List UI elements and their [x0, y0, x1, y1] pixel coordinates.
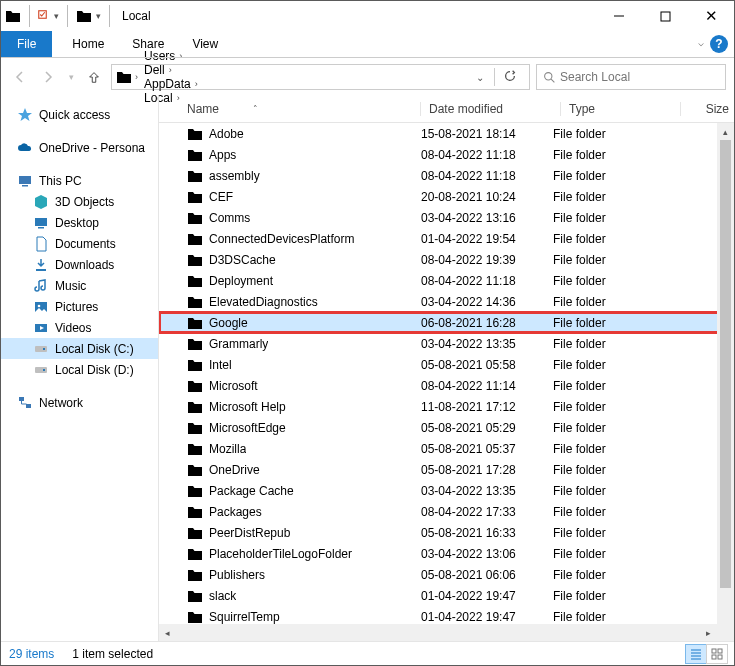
desktop-icon	[33, 215, 49, 231]
breadcrumb-segment[interactable]: Dell›	[141, 63, 201, 77]
scroll-right-icon[interactable]: ▸	[700, 624, 717, 641]
file-row[interactable]: Google06-08-2021 16:28File folder	[159, 312, 734, 333]
search-input[interactable]: Search Local	[536, 64, 726, 90]
folder-icon	[187, 147, 203, 163]
up-button[interactable]	[83, 66, 105, 88]
back-button[interactable]	[9, 66, 31, 88]
column-date[interactable]: Date modified	[429, 102, 561, 116]
star-icon	[17, 107, 33, 123]
sidebar-item[interactable]: 3D Objects	[1, 191, 158, 212]
svg-rect-16	[43, 369, 45, 371]
sidebar-item[interactable]: Local Disk (D:)	[1, 359, 158, 380]
horizontal-scrollbar[interactable]: ◂ ▸	[159, 624, 717, 641]
sidebar-item[interactable]: Music	[1, 275, 158, 296]
folder-icon	[187, 567, 203, 583]
file-row[interactable]: PeerDistRepub05-08-2021 16:33File folder	[159, 522, 734, 543]
file-tab[interactable]: File	[1, 31, 52, 57]
nav-this-pc[interactable]: This PC	[1, 170, 158, 191]
folder-icon	[187, 504, 203, 520]
file-row[interactable]: PlaceholderTileLogoFolder03-04-2022 13:0…	[159, 543, 734, 564]
ribbon-collapse-icon[interactable]: ⌵	[698, 37, 704, 48]
file-row[interactable]: D3DSCache08-04-2022 19:39File folder	[159, 249, 734, 270]
sidebar-item[interactable]: Pictures	[1, 296, 158, 317]
folder-icon	[187, 252, 203, 268]
column-size[interactable]: Size	[689, 102, 729, 116]
folder-icon	[187, 462, 203, 478]
tab-view[interactable]: View	[178, 31, 232, 57]
file-row[interactable]: slack01-04-2022 19:47File folder	[159, 585, 734, 606]
sidebar-item[interactable]: Desktop	[1, 212, 158, 233]
column-name[interactable]: Name˄	[187, 102, 421, 116]
svg-point-3	[545, 72, 552, 79]
file-row[interactable]: OneDrive05-08-2021 17:28File folder	[159, 459, 734, 480]
file-row[interactable]: Deployment08-04-2022 11:18File folder	[159, 270, 734, 291]
file-row[interactable]: Apps08-04-2022 11:18File folder	[159, 144, 734, 165]
vertical-scrollbar[interactable]: ▴ ▾	[717, 123, 734, 641]
folder-icon	[187, 168, 203, 184]
sidebar-item[interactable]: Downloads	[1, 254, 158, 275]
navigation-pane: Quick access OneDrive - Persona This PC …	[1, 96, 159, 641]
sidebar-item[interactable]: Documents	[1, 233, 158, 254]
sidebar-item[interactable]: Local Disk (C:)	[1, 338, 158, 359]
svg-line-4	[551, 79, 554, 82]
file-row[interactable]: Microsoft08-04-2022 11:14File folder	[159, 375, 734, 396]
nav-quick-access[interactable]: Quick access	[1, 104, 158, 125]
file-row[interactable]: Adobe15-08-2021 18:14File folder	[159, 123, 734, 144]
file-row[interactable]: MicrosoftEdge05-08-2021 05:29File folder	[159, 417, 734, 438]
tab-share[interactable]: Share	[118, 31, 178, 57]
sidebar-item[interactable]: Videos	[1, 317, 158, 338]
refresh-button[interactable]	[499, 69, 521, 86]
file-row[interactable]: Intel05-08-2021 05:58File folder	[159, 354, 734, 375]
file-row[interactable]: CEF20-08-2021 10:24File folder	[159, 186, 734, 207]
svg-rect-23	[712, 649, 716, 653]
tab-home[interactable]: Home	[58, 31, 118, 57]
file-row[interactable]: Grammarly03-04-2022 13:35File folder	[159, 333, 734, 354]
folder-icon	[187, 294, 203, 310]
breadcrumb-segment[interactable]: AppData›	[141, 77, 201, 91]
folder-icon	[187, 546, 203, 562]
file-row[interactable]: Mozilla05-08-2021 05:37File folder	[159, 438, 734, 459]
title-bar: ▾ ▾ Local ✕	[1, 1, 734, 31]
file-row[interactable]: Publishers05-08-2021 06:06File folder	[159, 564, 734, 585]
svg-rect-14	[43, 348, 45, 350]
folder-icon	[187, 189, 203, 205]
address-history-icon[interactable]: ⌄	[470, 72, 490, 83]
folder-icon	[187, 420, 203, 436]
file-list-pane: Name˄ Date modified Type Size Adobe15-08…	[159, 96, 734, 641]
doc-icon	[33, 236, 49, 252]
nav-onedrive[interactable]: OneDrive - Persona	[1, 137, 158, 158]
scroll-left-icon[interactable]: ◂	[159, 624, 176, 641]
folder-context-icon	[76, 8, 92, 24]
qat-properties-icon[interactable]	[38, 10, 50, 22]
nav-network[interactable]: Network	[1, 392, 158, 413]
view-details-button[interactable]	[685, 644, 707, 664]
ribbon: File Home Share View ⌵ ?	[1, 31, 734, 58]
folder-dropdown-icon[interactable]: ▾	[96, 11, 101, 21]
file-row[interactable]: Package Cache03-04-2022 13:35File folder	[159, 480, 734, 501]
address-bar[interactable]: › Users›Dell›AppData›Local› ⌄	[111, 64, 530, 90]
sort-ascending-icon: ˄	[253, 104, 258, 114]
folder-icon	[187, 399, 203, 415]
file-row[interactable]: Packages08-04-2022 17:33File folder	[159, 501, 734, 522]
folder-icon	[187, 609, 203, 625]
forward-button[interactable]	[37, 66, 59, 88]
file-row[interactable]: ConnectedDevicesPlatform01-04-2022 19:54…	[159, 228, 734, 249]
maximize-button[interactable]	[642, 1, 688, 31]
file-row[interactable]: ElevatedDiagnostics03-04-2022 14:36File …	[159, 291, 734, 312]
help-button[interactable]: ?	[710, 35, 728, 53]
video-icon	[33, 320, 49, 336]
close-button[interactable]: ✕	[688, 1, 734, 31]
recent-dropdown-icon[interactable]: ▾	[65, 66, 77, 88]
selection-count: 1 item selected	[72, 647, 153, 661]
minimize-button[interactable]	[596, 1, 642, 31]
column-type[interactable]: Type	[569, 102, 681, 116]
qat-dropdown-icon[interactable]: ▾	[54, 11, 59, 21]
picture-icon	[33, 299, 49, 315]
scrollbar-thumb[interactable]	[720, 140, 731, 588]
scroll-up-icon[interactable]: ▴	[717, 123, 734, 140]
file-row[interactable]: Comms03-04-2022 13:16File folder	[159, 207, 734, 228]
folder-icon	[187, 126, 203, 142]
file-row[interactable]: assembly08-04-2022 11:18File folder	[159, 165, 734, 186]
view-thumbnails-button[interactable]	[706, 644, 728, 664]
file-row[interactable]: Microsoft Help11-08-2021 17:12File folde…	[159, 396, 734, 417]
